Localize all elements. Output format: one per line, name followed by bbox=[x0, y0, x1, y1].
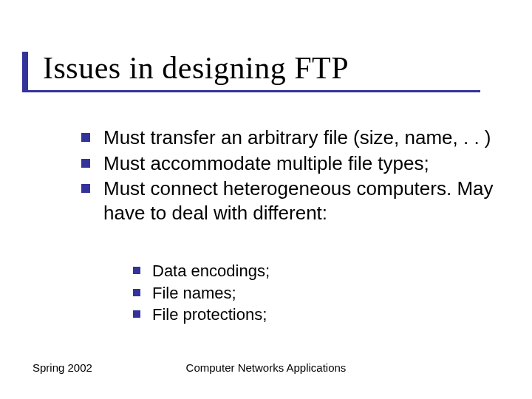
sub-bullet-text: Data encodings; bbox=[152, 260, 270, 282]
square-bullet-icon bbox=[81, 184, 90, 193]
title-underline bbox=[22, 90, 480, 92]
bullet-text: Must connect heterogeneous computers. Ma… bbox=[103, 177, 502, 225]
sub-bullet-region: Data encodings; File names; File protect… bbox=[133, 260, 502, 326]
bullet-text: Must transfer an arbitrary file (size, n… bbox=[103, 126, 502, 150]
slide: Issues in designing FTP Must transfer an… bbox=[0, 0, 532, 399]
body-region: Must transfer an arbitrary file (size, n… bbox=[81, 126, 502, 226]
title-region: Issues in designing FTP bbox=[43, 50, 502, 95]
footer-center: Computer Networks Applications bbox=[0, 361, 532, 374]
list-item: File protections; bbox=[133, 304, 502, 326]
sub-bullet-text: File names; bbox=[152, 282, 236, 304]
slide-title: Issues in designing FTP bbox=[43, 50, 502, 86]
bullet-text: Must accommodate multiple file types; bbox=[103, 151, 502, 176]
sub-bullet-text: File protections; bbox=[152, 304, 267, 326]
list-item: Must accommodate multiple file types; bbox=[81, 151, 502, 176]
title-accent-bar bbox=[22, 52, 28, 90]
square-bullet-icon bbox=[133, 289, 140, 296]
square-bullet-icon bbox=[133, 310, 140, 318]
bullet-list: Must transfer an arbitrary file (size, n… bbox=[81, 126, 502, 225]
list-item: File names; bbox=[133, 282, 502, 304]
list-item: Data encodings; bbox=[133, 260, 502, 282]
square-bullet-icon bbox=[81, 133, 90, 142]
list-item: Must connect heterogeneous computers. Ma… bbox=[81, 177, 502, 225]
square-bullet-icon bbox=[133, 267, 140, 274]
square-bullet-icon bbox=[81, 159, 90, 168]
list-item: Must transfer an arbitrary file (size, n… bbox=[81, 126, 502, 150]
